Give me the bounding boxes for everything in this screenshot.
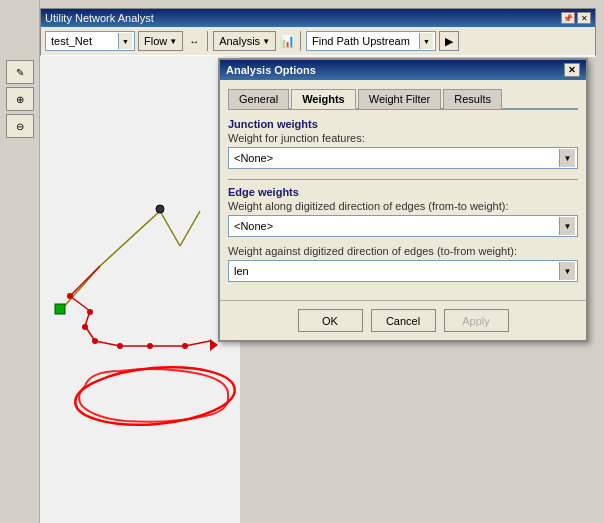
find-path-dropdown[interactable]: Find Path Upstream ▼ — [306, 31, 436, 51]
tab-results[interactable]: Results — [443, 89, 502, 109]
svg-point-19 — [117, 343, 123, 349]
network-value: test_Net — [48, 35, 118, 47]
left-tool-3[interactable]: ⊖ — [6, 114, 34, 138]
run-icon: ▶ — [445, 35, 453, 48]
find-path-value: Find Path Upstream — [309, 35, 419, 47]
svg-point-14 — [156, 205, 164, 213]
dialog-titlebar: Analysis Options ✕ — [220, 60, 586, 80]
edge-weights-along-desc: Weight along digitized direction of edge… — [228, 200, 578, 212]
svg-rect-13 — [55, 304, 65, 314]
flow-label: Flow — [144, 35, 167, 47]
canvas-area — [40, 56, 240, 523]
tab-general[interactable]: General — [228, 89, 289, 109]
edge-weights-along-arrow[interactable]: ▼ — [559, 217, 575, 235]
left-panel: ✎ ⊕ ⊖ — [0, 0, 40, 523]
separator-1 — [207, 31, 208, 51]
svg-point-17 — [82, 324, 88, 330]
titlebar-buttons: 📌 ✕ — [561, 12, 591, 24]
edge-weights-against-value: len — [231, 265, 559, 277]
edge-weights-against-desc: Weight against digitized direction of ed… — [228, 245, 578, 257]
edge-weights-against-arrow[interactable]: ▼ — [559, 262, 575, 280]
left-tool-2[interactable]: ⊕ — [6, 87, 34, 111]
dialog-content: General Weights Weight Filter Results Ju… — [220, 80, 586, 300]
dialog-title: Analysis Options — [226, 64, 316, 76]
dialog-close-button[interactable]: ✕ — [564, 63, 580, 77]
analysis-button[interactable]: Analysis ▼ — [213, 31, 276, 51]
flow-direction-icon: ↔ — [186, 33, 202, 49]
left-tool-1[interactable]: ✎ — [6, 60, 34, 84]
toolbar-titlebar: Utility Network Analyst 📌 ✕ — [41, 9, 595, 27]
svg-rect-0 — [40, 56, 240, 523]
junction-weights-title: Junction weights — [228, 118, 578, 130]
analysis-icon: 📊 — [279, 33, 295, 49]
find-path-arrow[interactable]: ▼ — [419, 33, 433, 49]
network-diagram — [40, 56, 240, 523]
edge-weights-title: Edge weights — [228, 186, 578, 198]
toolbar-window: Utility Network Analyst 📌 ✕ test_Net ▼ F… — [40, 8, 596, 57]
junction-weights-dropdown[interactable]: <None> ▼ — [228, 147, 578, 169]
tab-weight-filter[interactable]: Weight Filter — [358, 89, 442, 109]
dialog-footer: OK Cancel Apply — [220, 300, 586, 340]
junction-weights-section: Junction weights Weight for junction fea… — [228, 118, 578, 169]
separator-2 — [300, 31, 301, 51]
flow-button[interactable]: Flow ▼ — [138, 31, 183, 51]
network-dropdown-arrow[interactable]: ▼ — [118, 33, 132, 49]
toolbar-row: test_Net ▼ Flow ▼ ↔ Analysis ▼ 📊 Find Pa… — [41, 27, 595, 55]
section-divider — [228, 179, 578, 180]
run-button[interactable]: ▶ — [439, 31, 459, 51]
svg-point-21 — [182, 343, 188, 349]
network-dropdown[interactable]: test_Net ▼ — [45, 31, 135, 51]
svg-point-20 — [147, 343, 153, 349]
svg-point-16 — [87, 309, 93, 315]
edge-weights-along-value: <None> — [231, 220, 559, 232]
tab-weights[interactable]: Weights — [291, 89, 356, 109]
close-button[interactable]: ✕ — [577, 12, 591, 24]
analysis-label: Analysis — [219, 35, 260, 47]
ok-button[interactable]: OK — [298, 309, 363, 332]
junction-weights-value: <None> — [231, 152, 559, 164]
pin-button[interactable]: 📌 — [561, 12, 575, 24]
junction-weights-desc: Weight for junction features: — [228, 132, 578, 144]
edge-weights-against-dropdown[interactable]: len ▼ — [228, 260, 578, 282]
analysis-options-dialog: Analysis Options ✕ General Weights Weigh… — [218, 58, 588, 342]
cancel-button[interactable]: Cancel — [371, 309, 436, 332]
tab-bar: General Weights Weight Filter Results — [228, 88, 578, 110]
junction-weights-arrow[interactable]: ▼ — [559, 149, 575, 167]
edge-weights-section: Edge weights Weight along digitized dire… — [228, 186, 578, 282]
edge-weights-along-dropdown[interactable]: <None> ▼ — [228, 215, 578, 237]
apply-button[interactable]: Apply — [444, 309, 509, 332]
analysis-arrow: ▼ — [262, 37, 270, 46]
flow-arrow: ▼ — [169, 37, 177, 46]
svg-point-15 — [67, 293, 73, 299]
svg-point-18 — [92, 338, 98, 344]
toolbar-title: Utility Network Analyst — [45, 12, 154, 24]
